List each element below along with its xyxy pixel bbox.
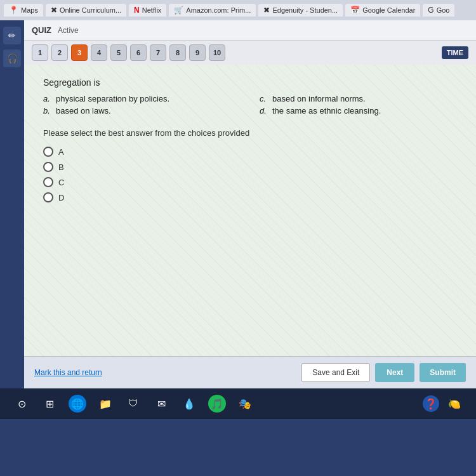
- quiz-wrapper: ✏ 🎧 QUIZ Active 1 2 3 4 5 6 7 8 9 10 TIM…: [0, 20, 476, 388]
- taskbar: ⊙ ⊞ 🌐 📁 🛡 ✉ 💧 🎵 🎭 ❓ 🍋: [0, 388, 476, 419]
- radio-label-a: A: [58, 147, 64, 157]
- taskbar-spotify-icon[interactable]: 🎵: [208, 395, 226, 413]
- tab-netflix[interactable]: N Netflix: [129, 4, 166, 17]
- tab-netflix-label: Netflix: [142, 6, 162, 14]
- answer-choices: a. physical separation by policies. c. b…: [43, 94, 457, 116]
- taskbar-banana-icon: 🍋: [446, 395, 463, 413]
- quiz-label: QUIZ: [32, 25, 51, 35]
- instruction-text: Please select the best answer from the c…: [43, 128, 457, 138]
- tab-amazon[interactable]: 🛒 Amazon.com: Prim...: [169, 4, 256, 17]
- answer-letter-d: d.: [260, 106, 270, 116]
- taskbar-edge-icon[interactable]: 🌐: [69, 395, 86, 413]
- radio-circle-c: [43, 177, 53, 187]
- question-btn-2[interactable]: 2: [51, 44, 68, 61]
- question-btn-7[interactable]: 7: [150, 44, 166, 61]
- radio-label-c: C: [58, 178, 64, 187]
- headphone-icon: 🎧: [3, 50, 21, 67]
- tab-online-curriculum-label: Online Curriculum...: [60, 6, 121, 14]
- taskbar-help-icon[interactable]: ❓: [423, 395, 439, 412]
- question-btn-5[interactable]: 5: [110, 44, 127, 61]
- radio-option-b[interactable]: B: [43, 162, 457, 172]
- edgenuity-icon: ✖: [263, 6, 270, 15]
- amazon-icon: 🛒: [174, 6, 183, 15]
- tab-edgenuity-label: Edgenuity - Studen...: [272, 6, 338, 14]
- next-button[interactable]: Next: [375, 363, 414, 382]
- quiz-status: Active: [58, 26, 79, 35]
- tab-edgenuity[interactable]: ✖ Edgenuity - Studen...: [258, 4, 343, 17]
- answer-item-b: b. based on laws.: [43, 106, 241, 116]
- radio-label-b: B: [58, 162, 64, 172]
- quiz-header: QUIZ Active: [24, 20, 476, 41]
- tab-online-curriculum[interactable]: ✖ Online Curriculum...: [46, 4, 126, 17]
- radio-label-d: D: [58, 193, 64, 202]
- footer-buttons: Save and Exit Next Submit: [301, 363, 466, 382]
- pencil-icon: ✏: [3, 27, 21, 44]
- tab-google-calendar-label: Google Calendar: [362, 6, 415, 14]
- question-btn-10[interactable]: 10: [209, 44, 225, 61]
- radio-option-a[interactable]: A: [43, 147, 457, 157]
- question-btn-9[interactable]: 9: [189, 44, 206, 61]
- question-btn-4[interactable]: 4: [91, 44, 107, 61]
- radio-circle-b: [43, 162, 53, 172]
- answer-item-d: d. the same as ethnic cleansing.: [260, 106, 457, 116]
- google-calendar-icon: 📅: [350, 6, 360, 15]
- taskbar-dropbox-icon[interactable]: 💧: [180, 395, 198, 413]
- answer-letter-c: c.: [260, 94, 270, 103]
- question-area: Segregation is a. physical separation by…: [24, 65, 476, 356]
- taskbar-windows-icon[interactable]: ⊞: [41, 395, 58, 413]
- question-btn-1[interactable]: 1: [32, 44, 48, 61]
- taskbar-right: ❓ 🍋: [423, 395, 463, 413]
- answer-text-c: based on informal norms.: [272, 94, 366, 103]
- radio-option-d[interactable]: D: [43, 192, 457, 202]
- tab-google-calendar[interactable]: 📅 Google Calendar: [345, 4, 420, 17]
- taskbar-shield-icon[interactable]: 🛡: [124, 395, 142, 413]
- question-btn-3[interactable]: 3: [71, 44, 88, 61]
- tab-maps[interactable]: 📍 Maps: [4, 4, 43, 17]
- taskbar-search-icon[interactable]: ⊙: [13, 395, 30, 413]
- radio-circle-d: [43, 192, 53, 202]
- answer-text-b: based on laws.: [56, 106, 111, 116]
- tab-amazon-label: Amazon.com: Prim...: [186, 6, 251, 14]
- save-exit-button[interactable]: Save and Exit: [301, 363, 370, 382]
- left-sidebar: ✏ 🎧: [0, 20, 24, 388]
- answer-text-a: physical separation by policies.: [56, 94, 169, 103]
- tab-maps-label: Maps: [21, 6, 38, 14]
- question-btn-8[interactable]: 8: [169, 44, 186, 61]
- answer-text-d: the same as ethnic cleansing.: [272, 106, 381, 116]
- radio-options: A B C D: [43, 147, 457, 202]
- timer-display: TIME: [442, 46, 468, 59]
- netflix-icon: N: [134, 6, 140, 15]
- mark-return-link[interactable]: Mark this and return: [34, 368, 102, 377]
- question-footer: Mark this and return Save and Exit Next …: [24, 356, 476, 388]
- question-text: Segregation is: [43, 77, 457, 88]
- maps-icon: 📍: [9, 6, 18, 15]
- tab-goo-label: Goo: [437, 6, 450, 14]
- answer-item-a: a. physical separation by policies.: [43, 94, 241, 103]
- answer-item-c: c. based on informal norms.: [260, 94, 457, 103]
- online-curriculum-icon: ✖: [51, 6, 57, 15]
- goo-icon: G: [428, 6, 433, 15]
- taskbar-media-icon[interactable]: 🎭: [236, 395, 254, 413]
- submit-button[interactable]: Submit: [420, 363, 466, 382]
- radio-option-c[interactable]: C: [43, 177, 457, 187]
- quiz-main: QUIZ Active 1 2 3 4 5 6 7 8 9 10 TIME Se…: [24, 20, 476, 388]
- browser-tab-bar: 📍 Maps ✖ Online Curriculum... N Netflix …: [0, 0, 476, 20]
- answer-letter-b: b.: [43, 106, 53, 116]
- tab-goo[interactable]: G Goo: [423, 4, 454, 17]
- answer-letter-a: a.: [43, 94, 53, 103]
- taskbar-mail-icon[interactable]: ✉: [152, 395, 170, 413]
- question-btn-6[interactable]: 6: [130, 44, 147, 61]
- taskbar-folder-icon[interactable]: 📁: [96, 395, 114, 413]
- question-nav: 1 2 3 4 5 6 7 8 9 10 TIME: [24, 41, 476, 65]
- radio-circle-a: [43, 147, 53, 157]
